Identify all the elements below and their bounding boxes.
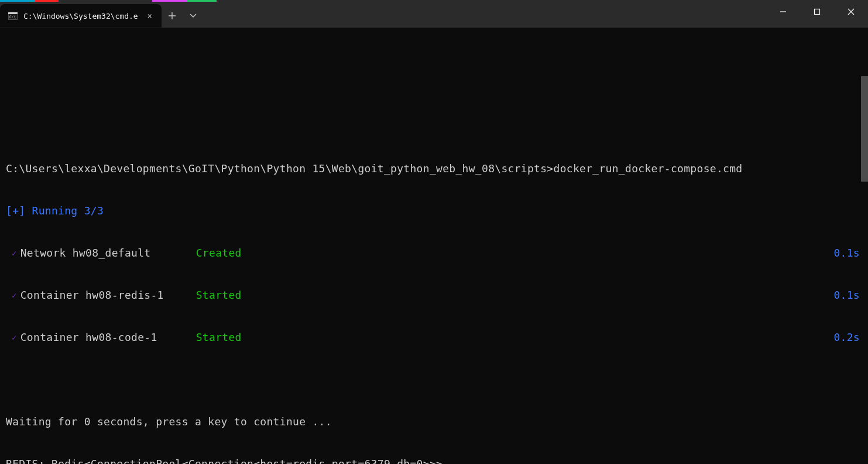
terminal-output[interactable]: C:\Users\lexxa\Developments\GoIT\Python\… xyxy=(0,28,868,464)
empty-line xyxy=(6,77,862,91)
docker-row-network: ✓Network hw08_defaultCreated0.1s xyxy=(6,246,862,260)
maximize-button[interactable] xyxy=(800,0,834,23)
check-icon: ✓ xyxy=(6,330,20,344)
titlebar: C:\ C:\Windows\System32\cmd.e × xyxy=(0,0,868,28)
docker-header: [+] Running 3/3 xyxy=(6,204,862,218)
prompt-command: docker_run_docker-compose.cmd xyxy=(554,162,743,176)
prompt-line: C:\Users\lexxa\Developments\GoIT\Python\… xyxy=(6,162,862,176)
docker-row-redis: ✓Container hw08-redis-1Started0.1s xyxy=(6,288,862,302)
cmd-icon: C:\ xyxy=(8,11,18,21)
minimize-button[interactable] xyxy=(766,0,800,23)
prompt-cwd: C:\Users\lexxa\Developments\GoIT\Python\… xyxy=(6,162,554,176)
svg-rect-3 xyxy=(815,9,820,15)
check-icon: ✓ xyxy=(6,246,20,260)
tab-cmd[interactable]: C:\ C:\Windows\System32\cmd.e × xyxy=(0,4,162,28)
new-tab-button[interactable] xyxy=(162,4,183,28)
close-icon[interactable]: × xyxy=(144,10,156,22)
svg-text:C:\: C:\ xyxy=(9,15,16,19)
redis-line: REDIS: Redis<ConnectionPool<Connection<h… xyxy=(6,457,862,464)
tabs-region: C:\ C:\Windows\System32\cmd.e × xyxy=(0,0,204,28)
waiting-line: Waiting for 0 seconds, press a key to co… xyxy=(6,415,862,429)
empty-line xyxy=(6,120,862,134)
empty-line xyxy=(6,373,862,387)
scrollbar-thumb[interactable] xyxy=(861,76,868,182)
svg-rect-1 xyxy=(8,12,18,14)
close-button[interactable] xyxy=(834,0,868,23)
window-controls xyxy=(766,0,868,28)
docker-row-code: ✓Container hw08-code-1Started0.2s xyxy=(6,330,862,344)
check-icon: ✓ xyxy=(6,288,20,302)
tab-dropdown-button[interactable] xyxy=(183,4,204,28)
tab-title: C:\Windows\System32\cmd.e xyxy=(23,12,138,21)
